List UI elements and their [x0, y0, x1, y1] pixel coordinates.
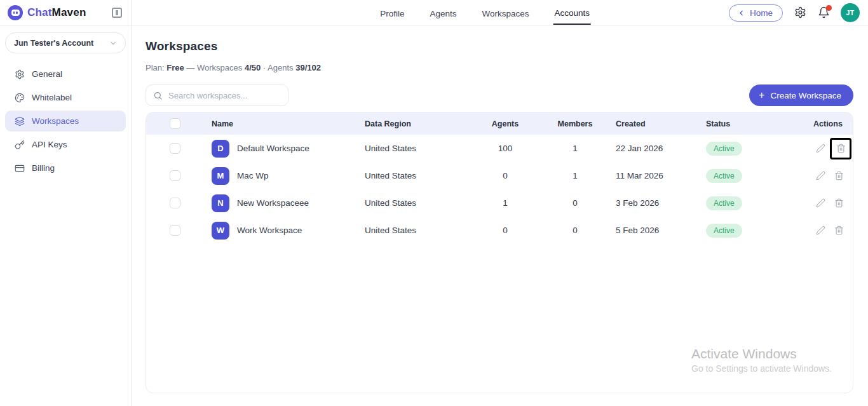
workspace-members: 0 — [546, 198, 604, 208]
sidebar: ChatMaven Jun Tester's Account General W… — [0, 0, 132, 406]
col-header-agents: Agents — [464, 119, 546, 128]
workspace-name: New Workspaceee — [237, 198, 309, 208]
workspace-avatar: M — [212, 167, 229, 185]
table-row: M Mac Wp United States 0 1 11 Mar 2026 A… — [146, 162, 853, 189]
user-avatar[interactable]: JT — [841, 3, 860, 22]
trash-icon — [834, 226, 844, 235]
search-box[interactable] — [146, 85, 288, 106]
sidebar-item-label: API Keys — [32, 140, 67, 149]
plan-value: Free — [166, 63, 184, 72]
table-row: N New Workspaceee United States 1 0 3 Fe… — [146, 189, 853, 217]
activate-windows-watermark: Activate Windows Go to Settings to activ… — [691, 346, 832, 374]
workspaces-table: Name Data Region Agents Members Created … — [146, 112, 853, 393]
edit-workspace-button[interactable] — [813, 196, 827, 210]
sidebar-header: ChatMaven — [0, 0, 131, 26]
create-workspace-label: Create Workspace — [770, 91, 841, 100]
select-all-checkbox[interactable] — [170, 118, 180, 129]
delete-workspace-button-highlighted[interactable] — [832, 140, 850, 158]
sidebar-item-workspaces[interactable]: Workspaces — [5, 111, 126, 132]
sidebar-item-label: Billing — [32, 163, 55, 173]
gear-icon — [794, 6, 806, 18]
sidebar-item-label: Workspaces — [32, 116, 79, 126]
pencil-icon — [816, 226, 825, 235]
workspace-members: 1 — [546, 171, 604, 180]
tab-agents[interactable]: Agents — [428, 2, 458, 24]
table-row: W Work Workspace United States 0 0 5 Feb… — [146, 217, 853, 244]
delete-workspace-button[interactable] — [832, 196, 846, 210]
sidebar-item-whitelabel[interactable]: Whitelabel — [5, 87, 126, 108]
workspace-agents: 0 — [464, 226, 546, 235]
sidebar-item-label: General — [32, 69, 62, 79]
workspace-created: 22 Jan 2026 — [604, 144, 705, 153]
search-input[interactable] — [168, 91, 281, 100]
account-selector[interactable]: Jun Tester's Account — [5, 32, 126, 53]
workspace-avatar: W — [212, 222, 229, 240]
workspace-avatar: N — [212, 194, 229, 212]
search-icon — [153, 91, 163, 100]
workspaces-count: 4/50 — [245, 63, 261, 72]
notifications-button[interactable] — [817, 6, 830, 19]
col-header-name: Name — [203, 119, 359, 128]
row-checkbox[interactable] — [170, 198, 180, 208]
workspace-region: United States — [359, 198, 464, 208]
workspace-region: United States — [359, 171, 464, 180]
col-header-created: Created — [604, 119, 705, 128]
sidebar-collapse-icon[interactable] — [112, 8, 122, 18]
topbar-actions: Home JT — [729, 3, 860, 22]
sidebar-item-general[interactable]: General — [5, 64, 126, 85]
workspace-name: Default Workspace — [237, 144, 309, 153]
create-workspace-button[interactable]: + Create Workspace — [749, 85, 853, 106]
workspace-avatar: D — [212, 140, 229, 158]
row-checkbox[interactable] — [170, 225, 180, 236]
delete-workspace-button[interactable] — [832, 169, 846, 183]
topbar: Profile Agents Workspaces Accounts Home … — [132, 0, 868, 26]
main-area: Profile Agents Workspaces Accounts Home … — [132, 0, 868, 406]
account-name: Jun Tester's Account — [14, 39, 93, 48]
credit-card-icon — [15, 163, 25, 173]
workspace-region: United States — [359, 144, 464, 153]
sidebar-item-api-keys[interactable]: API Keys — [5, 134, 126, 155]
workspace-members: 0 — [546, 226, 604, 235]
workspace-agents: 1 — [464, 198, 546, 208]
plus-icon: + — [759, 90, 764, 100]
tab-accounts[interactable]: Accounts — [553, 1, 592, 25]
workspace-name: Mac Wp — [237, 171, 269, 180]
chatmaven-logo-icon — [8, 5, 23, 20]
settings-button[interactable] — [794, 6, 806, 19]
table-row: D Default Workspace United States 100 1 … — [146, 135, 853, 162]
watermark-subtitle: Go to Settings to activate Windows. — [691, 363, 832, 374]
pencil-icon — [816, 144, 825, 153]
gear-icon — [15, 69, 25, 79]
chevron-down-icon — [109, 39, 118, 48]
trash-icon — [834, 198, 844, 208]
edit-workspace-button[interactable] — [813, 169, 827, 183]
workspace-agents: 0 — [464, 171, 546, 180]
content: Workspaces Plan: Free — Workspaces 4/50 … — [132, 26, 868, 406]
tab-profile[interactable]: Profile — [379, 2, 405, 24]
sidebar-item-billing[interactable]: Billing — [5, 158, 126, 179]
workspace-name: Work Workspace — [237, 226, 302, 235]
col-header-status: Status — [705, 119, 813, 128]
edit-workspace-button[interactable] — [813, 142, 827, 156]
status-badge: Active — [706, 142, 742, 156]
brand-logo[interactable]: ChatMaven — [8, 5, 86, 20]
workspace-region: United States — [359, 226, 464, 235]
delete-workspace-button[interactable] — [832, 224, 846, 238]
pencil-icon — [816, 171, 825, 180]
status-badge: Active — [706, 196, 742, 210]
home-button-label: Home — [750, 8, 773, 18]
pencil-icon — [816, 198, 825, 208]
workspace-created: 11 Mar 2026 — [604, 171, 705, 180]
row-checkbox[interactable] — [170, 143, 180, 154]
home-button[interactable]: Home — [729, 4, 783, 22]
row-checkbox[interactable] — [170, 170, 180, 181]
table-header-row: Name Data Region Agents Members Created … — [146, 112, 853, 135]
top-nav: Profile Agents Workspaces Accounts — [379, 0, 591, 25]
key-icon — [15, 140, 25, 150]
notification-badge — [826, 5, 832, 11]
sidebar-nav: General Whitelabel Workspaces API Keys B… — [0, 57, 131, 185]
workspace-created: 3 Feb 2026 — [604, 198, 705, 208]
edit-workspace-button[interactable] — [813, 224, 827, 238]
tab-workspaces[interactable]: Workspaces — [480, 2, 530, 24]
status-badge: Active — [706, 169, 742, 183]
